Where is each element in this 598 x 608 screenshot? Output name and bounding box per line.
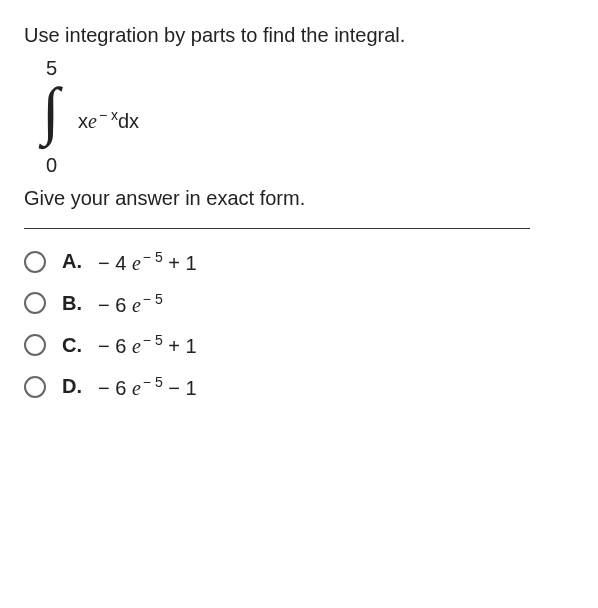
expr-prefix: − 6 <box>98 377 132 399</box>
expr-e: e <box>132 293 141 315</box>
integrand-x: x <box>78 110 88 132</box>
radio-icon[interactable] <box>24 334 46 356</box>
answer-choices: A. − 4 e− 5 + 1 B. − 6 e− 5 C. − 6 e− 5 … <box>24 249 574 400</box>
integral-lower-limit: 0 <box>46 154 57 177</box>
expr-e: e <box>132 335 141 357</box>
divider <box>24 228 530 229</box>
expr-e: e <box>132 252 141 274</box>
choice-expression: − 6 e− 5 + 1 <box>98 332 197 358</box>
expr-suffix: − 1 <box>163 377 197 399</box>
expr-exponent: − 5 <box>143 374 163 390</box>
choice-expression: − 4 e− 5 + 1 <box>98 249 197 275</box>
choice-expression: − 6 e− 5 − 1 <box>98 374 197 400</box>
expr-exponent: − 5 <box>143 332 163 348</box>
radio-icon[interactable] <box>24 251 46 273</box>
expr-exponent: − 5 <box>143 249 163 265</box>
choice-d[interactable]: D. − 6 e− 5 − 1 <box>24 374 574 400</box>
expr-e: e <box>132 377 141 399</box>
choice-c[interactable]: C. − 6 e− 5 + 1 <box>24 332 574 358</box>
expr-prefix: − 4 <box>98 252 132 274</box>
expr-suffix: + 1 <box>163 252 197 274</box>
expr-suffix: + 1 <box>163 335 197 357</box>
expr-prefix: − 6 <box>98 293 132 315</box>
radio-icon[interactable] <box>24 292 46 314</box>
integral-sign: ∫ <box>42 79 60 143</box>
choice-letter: A. <box>62 250 84 273</box>
integrand-e: e <box>88 110 97 132</box>
choice-letter: B. <box>62 292 84 315</box>
choice-b[interactable]: B. − 6 e− 5 <box>24 291 574 317</box>
radio-icon[interactable] <box>24 376 46 398</box>
integral-expression: 5 ∫ 0 xe− xdx <box>24 57 574 177</box>
integrand-exponent: − x <box>99 107 118 123</box>
integrand: xe− xdx <box>78 107 139 133</box>
choice-letter: C. <box>62 334 84 357</box>
choice-letter: D. <box>62 375 84 398</box>
integrand-dx: dx <box>118 110 139 132</box>
choice-expression: − 6 e− 5 <box>98 291 163 317</box>
expr-prefix: − 6 <box>98 335 132 357</box>
question-instruction-1: Use integration by parts to find the int… <box>24 24 574 47</box>
question-instruction-2: Give your answer in exact form. <box>24 187 574 210</box>
expr-exponent: − 5 <box>143 291 163 307</box>
choice-a[interactable]: A. − 4 e− 5 + 1 <box>24 249 574 275</box>
